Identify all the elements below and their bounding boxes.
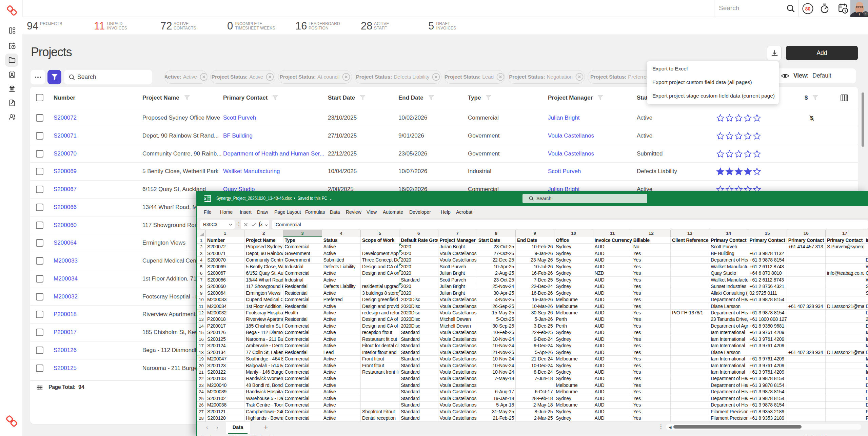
svg-text:X: X (204, 197, 206, 201)
svg-text:80: 80 (805, 6, 811, 12)
